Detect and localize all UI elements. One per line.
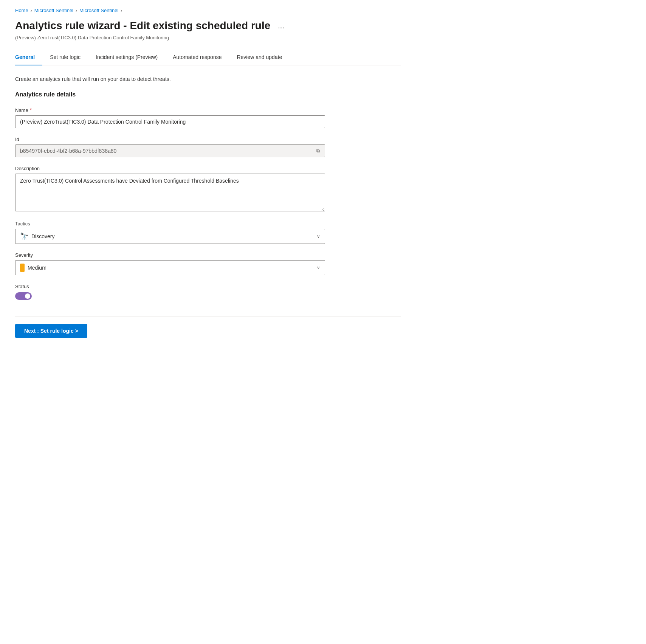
chevron-down-icon: ∨ [317, 234, 320, 239]
breadcrumb-sep-2: › [76, 8, 77, 13]
tab-general[interactable]: General [15, 50, 42, 65]
breadcrumb-home[interactable]: Home [15, 8, 28, 13]
next-button[interactable]: Next : Set rule logic > [15, 324, 87, 338]
tactics-text: Discovery [31, 233, 54, 239]
breadcrumb-sep-3: › [121, 8, 122, 13]
form-intro-text: Create an analytics rule that will run o… [15, 76, 401, 82]
id-label: Id [15, 137, 325, 142]
severity-dropdown-wrapper: Medium ∨ [15, 260, 325, 275]
section-title: Analytics rule details [15, 91, 401, 98]
breadcrumb-sep-1: › [31, 8, 32, 13]
breadcrumb-sentinel-1[interactable]: Microsoft Sentinel [34, 8, 73, 13]
severity-field-group: Severity Medium ∨ [15, 252, 325, 275]
description-field-group: Description Zero Trust(TIC3.0) Control A… [15, 166, 325, 213]
copy-icon: ⧉ [316, 148, 320, 154]
name-label: Name * [15, 107, 325, 113]
tactics-value: 🔭 Discovery [20, 232, 54, 241]
tab-automated-response[interactable]: Automated response [165, 50, 229, 65]
required-indicator: * [30, 107, 32, 113]
breadcrumb-sentinel-2[interactable]: Microsoft Sentinel [79, 8, 118, 13]
tactics-dropdown-wrapper: 🔭 Discovery ∨ [15, 229, 325, 244]
name-input[interactable] [15, 115, 325, 128]
severity-text: Medium [28, 265, 46, 271]
id-field-wrapper: ⧉ [15, 144, 325, 157]
severity-label: Severity [15, 252, 325, 258]
tabs-nav: General Set rule logic Incident settings… [15, 50, 401, 65]
breadcrumb: Home › Microsoft Sentinel › Microsoft Se… [15, 8, 401, 13]
tab-incident-settings[interactable]: Incident settings (Preview) [88, 50, 165, 65]
form-content: Create an analytics rule that will run o… [15, 76, 401, 301]
tactics-dropdown[interactable]: 🔭 Discovery ∨ [15, 229, 325, 244]
toggle-thumb [25, 293, 30, 299]
page-subtitle: (Preview) ZeroTrust(TIC3.0) Data Protect… [15, 35, 401, 40]
tactics-field-group: Tactics 🔭 Discovery ∨ [15, 221, 325, 244]
page-container: Home › Microsoft Sentinel › Microsoft Se… [0, 0, 416, 353]
tab-review-and-update[interactable]: Review and update [229, 50, 290, 65]
description-label: Description [15, 166, 325, 171]
bottom-bar: Next : Set rule logic > [15, 316, 401, 338]
copy-id-button[interactable]: ⧉ [315, 146, 321, 155]
severity-color-indicator [20, 264, 25, 272]
page-header: Analytics rule wizard - Edit existing sc… [15, 19, 401, 33]
severity-dropdown[interactable]: Medium ∨ [15, 260, 325, 275]
status-field-group: Status [15, 284, 325, 301]
tactics-label: Tactics [15, 221, 325, 227]
tactics-icon: 🔭 [20, 232, 28, 241]
page-title: Analytics rule wizard - Edit existing sc… [15, 19, 270, 32]
id-input [15, 144, 325, 157]
id-field-group: Id ⧉ [15, 137, 325, 157]
description-textarea[interactable]: Zero Trust(TIC3.0) Control Assessments h… [15, 174, 325, 211]
severity-value: Medium [20, 264, 46, 272]
status-label: Status [15, 284, 325, 289]
status-toggle-area [15, 292, 325, 301]
more-options-button[interactable]: ··· [275, 22, 287, 33]
status-toggle[interactable] [15, 292, 32, 300]
chevron-down-icon: ∨ [317, 265, 320, 270]
name-field-group: Name * [15, 107, 325, 128]
tab-set-rule-logic[interactable]: Set rule logic [42, 50, 88, 65]
